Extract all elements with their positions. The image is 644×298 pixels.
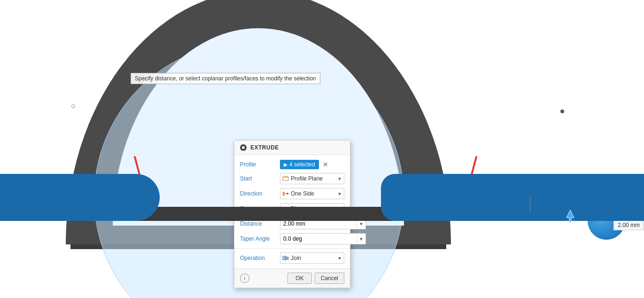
start-row: Start Profile Plane ▼ xyxy=(234,171,350,186)
direction-dropdown[interactable]: One Side ▼ xyxy=(280,188,344,199)
svg-marker-6 xyxy=(287,192,288,195)
svg-rect-11 xyxy=(285,257,288,259)
indicator-left xyxy=(71,104,75,108)
footer-buttons: OK Cancel xyxy=(287,273,344,284)
start-control: Profile Plane ▼ xyxy=(280,173,344,184)
dialog-separator xyxy=(234,248,350,249)
direction-value: One Side xyxy=(291,190,314,197)
profile-row: Profile ▶ 4 selected ✕ xyxy=(234,158,350,171)
arrow-up-indicator xyxy=(565,209,576,225)
instruction-tooltip: Specify distance, or select coplanar pro… xyxy=(131,73,320,84)
dialog-title: EXTRUDE xyxy=(250,144,279,151)
svg-rect-4 xyxy=(283,192,285,196)
start-dropdown[interactable]: Profile Plane ▼ xyxy=(280,173,344,184)
profile-control: ▶ 4 selected ✕ xyxy=(280,160,344,169)
dialog-header-icon xyxy=(240,144,247,151)
taper-angle-input-container: ▼ xyxy=(280,233,366,244)
taper-angle-row: Taper Angle ▼ xyxy=(234,231,350,246)
one-side-icon xyxy=(282,190,289,197)
direction-dropdown-arrow: ▼ xyxy=(337,191,342,196)
taper-angle-input-arrow[interactable]: ▼ xyxy=(357,234,365,244)
ok-button[interactable]: OK xyxy=(287,273,311,284)
svg-rect-0 xyxy=(283,177,288,180)
info-button[interactable]: i xyxy=(240,274,249,283)
distance-label: Distance xyxy=(240,220,280,227)
operation-value: Join xyxy=(291,255,301,261)
profile-plane-icon xyxy=(282,175,289,182)
dimension-markers-right xyxy=(530,197,531,212)
join-icon xyxy=(282,255,289,261)
start-value: Profile Plane xyxy=(291,175,323,182)
operation-dropdown[interactable]: Join ▼ xyxy=(280,252,344,264)
profile-selected-label: 4 selected xyxy=(289,161,315,168)
operation-dropdown-arrow: ▼ xyxy=(337,256,342,261)
profile-selected-button[interactable]: ▶ 4 selected xyxy=(280,160,319,169)
arm-right xyxy=(381,174,644,221)
direction-row: Direction One Side ▼ xyxy=(234,186,350,201)
direction-label: Direction xyxy=(240,190,280,197)
operation-label: Operation xyxy=(240,255,280,261)
indicator-right xyxy=(560,110,564,113)
profile-label: Profile xyxy=(240,161,280,168)
start-dropdown-arrow: ▼ xyxy=(337,176,342,181)
taper-angle-control: ▼ xyxy=(280,233,366,244)
3d-viewport: Specify distance, or select coplanar pro… xyxy=(0,0,644,298)
profile-clear-button[interactable]: ✕ xyxy=(322,161,329,168)
taper-angle-label: Taper Angle xyxy=(240,235,280,242)
cancel-button[interactable]: Cancel xyxy=(315,273,344,284)
dimension-label: 2.00 mm xyxy=(613,220,644,230)
operation-row: Operation Join ▼ xyxy=(234,251,350,266)
dialog-footer: i OK Cancel xyxy=(234,268,350,288)
arm-left xyxy=(0,174,160,221)
start-label: Start xyxy=(240,175,280,182)
direction-control: One Side ▼ xyxy=(280,188,344,199)
operation-control: Join ▼ xyxy=(280,252,344,264)
cursor-icon: ▶ xyxy=(284,162,287,168)
distance-input[interactable] xyxy=(280,220,357,227)
dialog-header: EXTRUDE xyxy=(234,141,350,155)
taper-angle-input[interactable] xyxy=(280,235,357,242)
